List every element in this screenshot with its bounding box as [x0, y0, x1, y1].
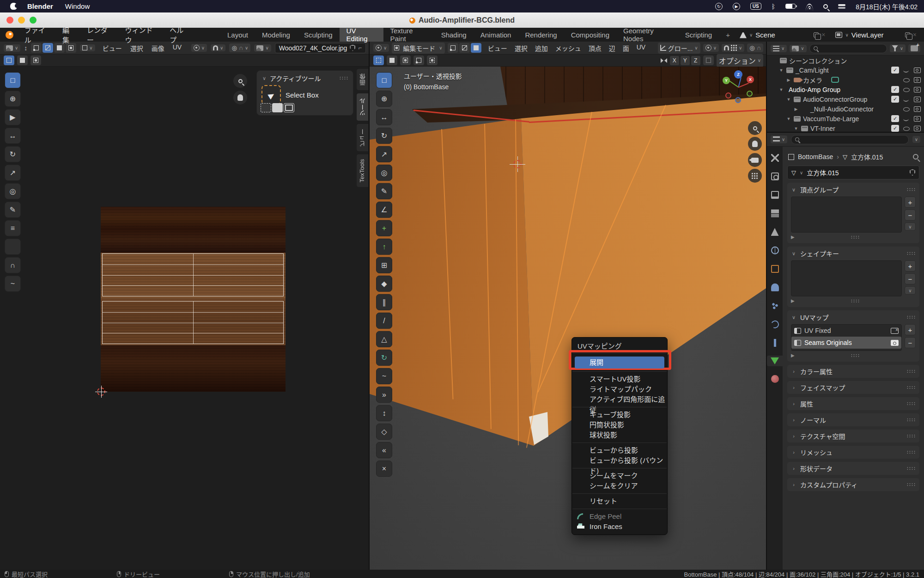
outliner-row[interactable]: ▼ AudioConnectorGroup — [767, 94, 924, 104]
context-menu-item[interactable]: シームをマーク — [572, 471, 667, 481]
hide-eye-toggle[interactable] — [902, 57, 910, 64]
context-menu-item[interactable]: スマートUV投影 — [572, 374, 667, 384]
uv-map-row[interactable]: UV Fixed — [791, 325, 901, 337]
exclude-checkbox[interactable] — [891, 115, 899, 122]
viewport-tool-button[interactable]: ↕ — [376, 405, 392, 421]
properties-tab[interactable] — [767, 300, 783, 312]
viewport-tool-button[interactable]: ⊕ — [376, 91, 392, 107]
render-camera-toggle[interactable] — [913, 96, 921, 103]
select-mode-face[interactable] — [471, 43, 481, 53]
exclude-checkbox[interactable] — [891, 105, 899, 112]
select-mode-edge[interactable] — [459, 43, 470, 53]
viewport-tool-button[interactable]: + — [376, 220, 392, 236]
uv-tool-button[interactable]: □ — [5, 72, 21, 88]
workspace-tab[interactable]: Shading — [434, 28, 474, 42]
properties-tab[interactable] — [767, 337, 783, 349]
select-subtract-button[interactable] — [400, 55, 411, 65]
properties-tab[interactable] — [767, 373, 783, 385]
expand-icon[interactable]: ▼ — [786, 97, 791, 102]
workspace-tab[interactable]: UV Editing — [340, 28, 383, 42]
viewport-menu-item[interactable]: UV — [633, 42, 649, 54]
uv-tool-button[interactable]: ~ — [5, 276, 21, 292]
fake-user-icon[interactable] — [910, 169, 915, 176]
uv-tool-button[interactable]: ◎ — [5, 183, 21, 199]
collapsed-panel-header[interactable]: ›フェイスマップ — [787, 381, 919, 394]
workspace-tab[interactable]: Modeling — [255, 28, 297, 42]
properties-tab[interactable] — [767, 171, 783, 182]
timemachine-icon[interactable]: ↻ — [715, 3, 723, 10]
bluetooth-icon[interactable]: ᛒ — [772, 3, 775, 10]
properties-options-button[interactable]: ∨ — [912, 136, 920, 143]
select-intersect-button[interactable] — [427, 55, 438, 65]
viewport-tool-button[interactable]: « — [376, 442, 392, 458]
outliner-row[interactable]: ▶ _Null-AudioConnector — [767, 104, 924, 114]
viewport-tool-button[interactable]: ↑ — [376, 239, 392, 255]
viewport-tool-button[interactable]: ↔ — [376, 109, 392, 125]
workspace-tab[interactable]: Compositing — [564, 28, 616, 42]
editor-divider[interactable] — [767, 132, 924, 133]
wifi-icon[interactable] — [806, 4, 813, 9]
collapsed-panel-header[interactable]: ›形状データ — [787, 462, 919, 475]
expand-icon[interactable]: ▶ — [793, 107, 799, 111]
viewport-menu-item[interactable]: メッシュ — [552, 42, 585, 54]
viewport-tool-button[interactable]: △ — [376, 331, 392, 347]
add-vertex-group-button[interactable]: + — [905, 197, 916, 208]
expand-subpanel-icon[interactable]: ▶ — [791, 298, 795, 303]
properties-tab[interactable] — [767, 263, 783, 275]
viewport-tool-button[interactable]: ◇ — [376, 424, 392, 440]
properties-search-input[interactable] — [791, 135, 908, 144]
tool-mode-subtract-button[interactable] — [284, 103, 294, 112]
options-dropdown[interactable]: オプション∨ — [717, 54, 763, 67]
battery-icon[interactable] — [785, 4, 796, 9]
uv-tool-button[interactable]: ↔ — [5, 128, 21, 144]
uv-sidebar-tab[interactable]: TexTools — [356, 154, 369, 188]
collapsed-panel-header[interactable]: ›カスタムプロパティ — [787, 478, 919, 491]
axis-toggle-button[interactable]: Y — [681, 56, 690, 65]
blender-logo-icon[interactable] — [6, 31, 13, 39]
uv-tool-button[interactable]: ∩ — [5, 257, 21, 273]
axis-toggle-button[interactable]: Z — [691, 56, 700, 65]
add-shape-key-button[interactable]: + — [905, 260, 916, 271]
context-menu-item[interactable]: Edge Peel — [572, 511, 667, 522]
exclude-checkbox[interactable] — [891, 76, 899, 83]
uv-sidebar-tab[interactable]: ツール — [356, 93, 369, 121]
properties-tab[interactable] — [767, 356, 783, 366]
panel-grip-icon[interactable] — [339, 76, 348, 80]
expand-subpanel-icon[interactable]: ▶ — [791, 234, 795, 240]
macos-menu-item[interactable]: Blender — [27, 2, 53, 10]
viewport-canvas[interactable]: ユーザー・透視投影 (0) BottomBase □⊕↔↻↗◎✎∠+↑⊞◆∥/△… — [370, 67, 767, 570]
select-difference-button[interactable] — [413, 55, 424, 65]
expand-subpanel-icon[interactable]: ▶ — [791, 353, 795, 358]
uv-sidebar-tab[interactable]: 画像 — [356, 68, 369, 91]
context-menu-item[interactable]: ライトマップパック — [572, 384, 667, 394]
collapsed-panel-header[interactable]: ›ノーマル — [787, 413, 919, 426]
context-menu-item[interactable]: 展開 — [575, 357, 664, 369]
proportional-edit-button[interactable]: ◎∩ — [747, 43, 763, 52]
viewport-tool-button[interactable]: □ — [376, 72, 392, 88]
editor-divider[interactable] — [766, 42, 767, 570]
new-scene-icon[interactable] — [814, 32, 819, 37]
viewport-editor-type-button[interactable]: ∨ — [373, 44, 389, 52]
uv-select-subtract-button[interactable] — [30, 55, 41, 65]
expand-icon[interactable]: ▼ — [786, 117, 791, 121]
viewport-menu-item[interactable]: 辺 — [605, 42, 619, 54]
exclude-checkbox[interactable] — [891, 96, 899, 103]
render-camera-toggle[interactable] — [913, 67, 921, 74]
vertex-group-specials-button[interactable]: ∨ — [905, 222, 916, 231]
context-menu-item[interactable] — [572, 407, 667, 407]
context-menu-item[interactable]: ビューから投影 — [572, 445, 667, 455]
uv-tool-button[interactable]: ↗ — [5, 165, 21, 181]
outliner-search-input[interactable] — [809, 44, 887, 53]
context-menu-item[interactable]: キューブ投影 — [572, 410, 667, 420]
expand-icon[interactable]: ▼ — [778, 87, 784, 92]
select-set-button[interactable] — [373, 55, 384, 65]
uv-tool-button[interactable]: ▶ — [5, 109, 21, 125]
hide-eye-toggle[interactable] — [902, 105, 910, 112]
vertex-groups-list[interactable] — [791, 197, 902, 233]
new-viewlayer-icon[interactable] — [905, 32, 910, 37]
viewport-menu-item[interactable]: ビュー — [484, 42, 511, 54]
context-menu-item[interactable] — [572, 443, 667, 443]
context-menu-item[interactable]: ビューから投影 (バウンド) — [572, 455, 667, 466]
viewport-tool-button[interactable]: ↻ — [376, 128, 392, 144]
editor-divider[interactable] — [369, 42, 370, 570]
